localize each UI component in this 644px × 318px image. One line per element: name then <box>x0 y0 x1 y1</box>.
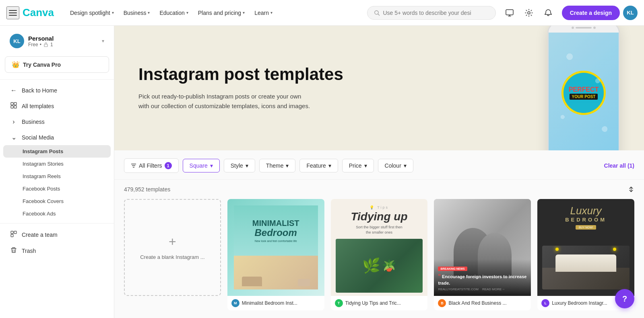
sidebar-item-facebook-covers[interactable]: Facebook Covers <box>3 195 111 207</box>
create-blank-label: Create a blank Instagram ... <box>135 254 209 260</box>
template-name: Luxury Bedroom Instagr... <box>552 300 607 306</box>
chevron-right-icon: › <box>10 118 18 125</box>
account-switcher[interactable]: KL Personal Free • 1 ▾ <box>3 31 111 51</box>
nav-item-learn[interactable]: Learn ▾ <box>250 6 277 19</box>
chevron-down-icon: ▾ <box>112 10 114 15</box>
monitor-icon-button[interactable] <box>502 6 517 20</box>
global-search-bar[interactable] <box>367 6 496 20</box>
sidebar-item-back-to-home[interactable]: ← Back to Home <box>3 83 111 98</box>
chevron-down-icon: ▾ <box>210 162 213 169</box>
templates-grid: + Create a blank Instagram ... MINIMALIS… <box>124 199 634 310</box>
svg-line-5 <box>378 14 380 15</box>
sidebar-item-trash[interactable]: Trash <box>3 243 111 259</box>
sort-icon <box>628 186 634 193</box>
nav-item-plans-pricing[interactable]: Plans and pricing ▾ <box>193 6 250 19</box>
chevron-down-icon: ▾ <box>270 10 272 15</box>
clear-all-filters-button[interactable]: Clear all (1) <box>604 162 634 169</box>
svg-rect-10 <box>44 44 47 47</box>
chevron-down-icon: ▾ <box>246 162 248 169</box>
chevron-down-icon: ▾ <box>364 162 367 169</box>
chevron-down-icon: ▾ <box>148 10 150 15</box>
nav-item-design-spotlight[interactable]: Design spotlight ▾ <box>65 6 119 19</box>
templates-count-row: 479,952 templates <box>124 186 634 193</box>
try-canva-pro-button[interactable]: 👑 Try Canva Pro <box>5 56 109 73</box>
lock-icon <box>43 42 49 47</box>
hero-banner: Instagram post templates Pick out ready-… <box>114 26 644 150</box>
style-filter-button[interactable]: Style ▾ <box>224 159 255 172</box>
top-navigation: Canva Design spotlight ▾ Business ▾ Educ… <box>0 0 644 26</box>
sidebar-item-instagram-reels[interactable]: Instagram Reels <box>3 170 111 183</box>
sidebar-item-facebook-posts[interactable]: Facebook Posts <box>3 183 111 195</box>
sidebar-item-all-templates[interactable]: All templates <box>3 98 111 114</box>
template-author-avatar: B <box>438 299 446 307</box>
hamburger-menu-button[interactable] <box>6 6 19 19</box>
grid-icon <box>10 102 18 110</box>
monitor-icon <box>506 9 514 17</box>
settings-icon-button[interactable] <box>522 6 536 20</box>
svg-rect-2 <box>9 15 17 16</box>
account-info: Personal Free • 1 <box>28 35 98 47</box>
create-blank-card[interactable]: + Create a blank Instagram ... <box>124 199 221 296</box>
template-card-tidying-up[interactable]: 💡 Tips Tidying up Sort the bigger stuff … <box>331 199 428 310</box>
templates-count: 479,952 templates <box>124 186 170 193</box>
template-name: Minimalist Bedroom Inst... <box>242 300 297 306</box>
chevron-down-icon: ▾ <box>328 162 331 169</box>
svg-rect-17 <box>11 234 13 237</box>
create-design-button[interactable]: Create a design <box>562 6 620 20</box>
canva-logo[interactable]: Canva <box>23 7 59 18</box>
all-filters-button[interactable]: All Filters 1 <box>124 158 179 173</box>
template-name: Tidying Up Tips and Tric... <box>345 300 401 306</box>
chevron-down-icon: ▾ <box>404 162 407 169</box>
phone-content: PERFECT YOUR POST <box>549 33 619 150</box>
avatar[interactable]: KL <box>623 6 638 20</box>
sidebar-item-instagram-stories[interactable]: Instagram Stories <box>3 158 111 170</box>
hero-description: Pick out ready-to-publish Instagram post… <box>138 92 340 111</box>
filter-icon <box>131 163 136 168</box>
chevron-down-icon: ▾ <box>186 10 188 15</box>
chevron-down-icon: ⌄ <box>10 133 18 141</box>
sidebar: KL Personal Free • 1 ▾ 👑 Try Canva Pro ←… <box>0 26 114 318</box>
svg-rect-6 <box>506 10 513 15</box>
svg-point-9 <box>528 12 530 14</box>
sidebar-item-instagram-posts[interactable]: Instagram Posts <box>3 145 111 158</box>
template-label-row: T Tidying Up Tips and Tric... <box>331 296 428 310</box>
template-label-row: M Minimalist Bedroom Inst... <box>227 296 324 310</box>
sidebar-item-create-team[interactable]: Create a team <box>3 227 111 243</box>
chevron-down-icon: ▾ <box>286 162 289 169</box>
svg-rect-15 <box>11 231 13 234</box>
template-name: Black And Red Business ... <box>448 300 506 306</box>
notifications-icon-button[interactable] <box>541 6 555 20</box>
sidebar-avatar: KL <box>10 34 24 48</box>
template-card-minimalist-bedroom[interactable]: MINIMALISTBedroom New look and feel comf… <box>227 199 324 310</box>
phone-status-bar <box>549 26 619 33</box>
svg-rect-1 <box>9 12 17 13</box>
sidebar-section-business[interactable]: › Business <box>3 114 111 129</box>
template-label-row: B Black And Red Business ... <box>434 296 531 310</box>
template-thumbnail: MINIMALISTBedroom New look and feel comf… <box>227 199 324 296</box>
template-card-black-red-business[interactable]: BREAKING NEWS " Encourage foreign invest… <box>434 199 531 310</box>
colour-filter-button[interactable]: Colour ▾ <box>378 159 413 172</box>
template-author-avatar: T <box>335 299 343 307</box>
svg-rect-14 <box>14 106 17 108</box>
filter-count-badge: 1 <box>165 162 172 169</box>
templates-section: 479,952 templates + Create a blank Insta… <box>114 180 644 317</box>
theme-filter-button[interactable]: Theme ▾ <box>259 159 296 172</box>
main-layout: KL Personal Free • 1 ▾ 👑 Try Canva Pro ←… <box>0 26 644 318</box>
crown-icon: 👑 <box>12 61 20 68</box>
sidebar-section-social-media[interactable]: ⌄ Social Media <box>3 129 111 145</box>
feature-filter-button[interactable]: Feature ▾ <box>299 159 338 172</box>
nav-item-education[interactable]: Education ▾ <box>155 6 193 19</box>
svg-text:Canva: Canva <box>23 7 54 18</box>
sidebar-item-facebook-ads[interactable]: Facebook Ads <box>3 207 111 220</box>
team-icon <box>10 231 18 239</box>
template-author-avatar: L <box>541 299 549 307</box>
sort-button[interactable] <box>628 186 634 193</box>
search-input[interactable] <box>383 10 489 16</box>
square-filter-button[interactable]: Square ▾ <box>183 159 220 172</box>
nav-item-business[interactable]: Business ▾ <box>119 6 155 19</box>
svg-rect-13 <box>11 106 13 108</box>
content-area: Instagram post templates Pick out ready-… <box>114 26 644 318</box>
help-bubble-button[interactable]: ? <box>615 289 634 308</box>
price-filter-button[interactable]: Price ▾ <box>342 159 374 172</box>
divider <box>0 223 114 224</box>
